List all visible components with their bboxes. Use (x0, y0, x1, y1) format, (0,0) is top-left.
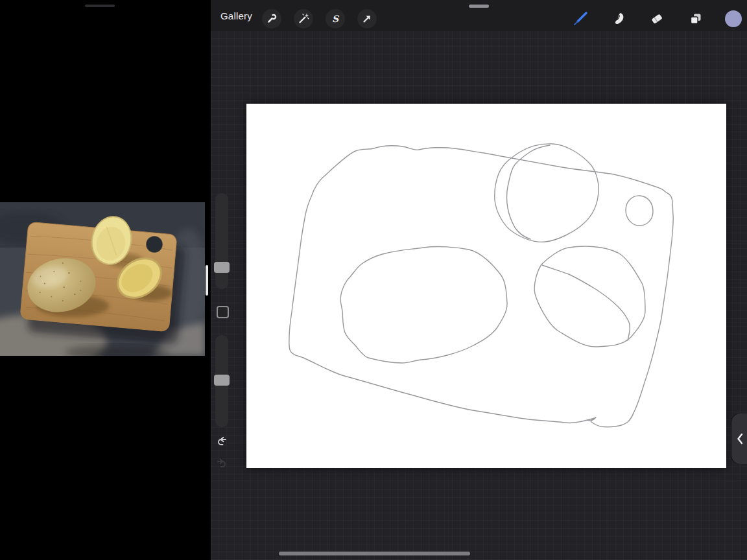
reference-photo (0, 202, 205, 356)
brush-size-handle[interactable] (214, 262, 230, 273)
sketch-cutting-board-outline (289, 146, 673, 427)
modify-button[interactable] (217, 306, 229, 318)
redo-button[interactable] (215, 457, 228, 470)
magic-wand-icon (297, 12, 310, 25)
sketch-cut-half-right-outer (534, 246, 645, 347)
undo-icon (215, 435, 228, 448)
sketch-strokes (289, 144, 673, 427)
procreate-window: Gallery S (211, 0, 747, 560)
svg-text:S: S (332, 14, 340, 24)
drawing-canvas[interactable] (246, 104, 726, 468)
paint-tool-button[interactable] (571, 9, 590, 29)
chevron-left-icon (736, 433, 744, 445)
adjustments-button[interactable] (294, 9, 313, 29)
selection-button[interactable]: S (326, 9, 345, 29)
actions-button[interactable] (262, 9, 281, 29)
color-swatch-button[interactable] (724, 9, 743, 29)
home-indicator[interactable] (279, 552, 470, 555)
eraser-icon (649, 11, 665, 27)
smudge-finger-icon (611, 11, 627, 27)
paintbrush-icon (572, 10, 589, 27)
sketch-cut-half-top-inner (507, 145, 551, 239)
erase-tool-button[interactable] (647, 9, 667, 29)
split-view-divider-handle[interactable] (206, 265, 208, 296)
top-toolbar: Gallery S (211, 0, 747, 31)
procreate-window-handle[interactable] (469, 5, 489, 8)
left-window-handle[interactable] (85, 5, 115, 7)
sketch-cut-half-top-outer (495, 144, 599, 242)
layers-icon (688, 11, 704, 27)
reference-app-pane (0, 0, 211, 560)
reference-pull-tab[interactable] (731, 414, 747, 464)
sketch-board-hole (626, 196, 653, 226)
undo-button[interactable] (215, 435, 228, 448)
brush-sidebar (214, 0, 230, 560)
canvas-sketch (246, 104, 726, 468)
sketch-whole-potato (340, 247, 507, 363)
smudge-tool-button[interactable] (610, 9, 629, 29)
brush-opacity-handle[interactable] (214, 375, 230, 386)
board-hole (146, 236, 163, 253)
wrench-icon (265, 12, 278, 25)
brush-size-slider[interactable] (215, 193, 228, 289)
transform-arrow-icon (361, 12, 374, 25)
ipad-screen: Gallery S (0, 0, 747, 560)
transform-button[interactable] (357, 9, 377, 29)
layers-button[interactable] (686, 9, 706, 29)
active-color-icon (724, 10, 742, 28)
selection-s-icon: S (329, 12, 342, 25)
redo-icon (215, 457, 228, 470)
